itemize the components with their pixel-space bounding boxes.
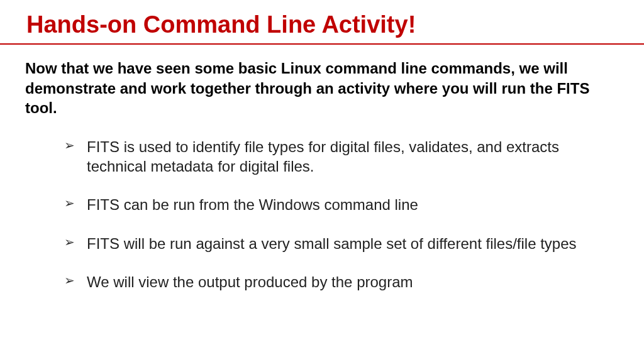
bullet-list: FITS is used to identify file types for … <box>0 118 644 292</box>
slide-title: Hands-on Command Line Activity! <box>0 11 644 43</box>
list-item: FITS can be run from the Windows command… <box>64 195 611 214</box>
intro-paragraph: Now that we have seen some basic Linux c… <box>0 45 644 118</box>
list-item: FITS will be run against a very small sa… <box>64 234 611 253</box>
list-item: FITS is used to identify file types for … <box>64 137 611 176</box>
list-item: We will view the output produced by the … <box>64 272 611 292</box>
